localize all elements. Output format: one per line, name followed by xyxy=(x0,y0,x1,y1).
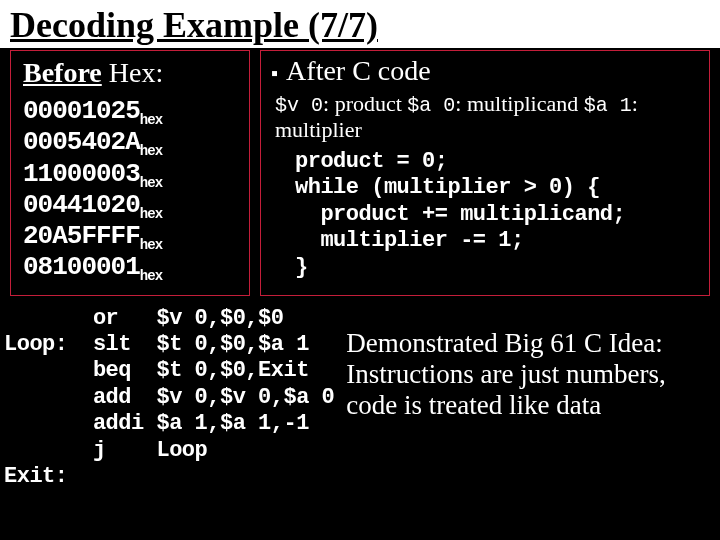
hex-value: 11000003 xyxy=(23,159,140,189)
bottom-row: or $v 0,$0,$0 Loop: slt $t 0,$0,$a 1 beq… xyxy=(4,306,710,491)
before-heading: Before Hex: xyxy=(23,57,237,89)
hex-row: 0005402Ahex xyxy=(23,128,237,159)
c-code: product = 0; while (multiplier > 0) { pr… xyxy=(295,149,699,281)
after-heading-text: After C code xyxy=(286,55,431,86)
hex-row: 00441020hex xyxy=(23,191,237,222)
hex-suffix: hex xyxy=(140,112,162,128)
after-heading: ▪After C code xyxy=(271,55,699,87)
big-idea-text: Demonstrated Big 61 C Idea: Instructions… xyxy=(346,328,710,491)
hex-value: 00001025 xyxy=(23,96,140,126)
hex-suffix: hex xyxy=(140,237,162,253)
before-hex-box: Before Hex: 00001025hex 0005402Ahex 1100… xyxy=(10,50,250,296)
hex-suffix: hex xyxy=(140,269,162,285)
assembly-code: or $v 0,$0,$0 Loop: slt $t 0,$0,$a 1 beq… xyxy=(4,306,334,491)
bullet-icon: ▪ xyxy=(271,62,278,84)
hex-suffix: hex xyxy=(140,143,162,159)
hex-row: 11000003hex xyxy=(23,160,237,191)
hex-value: 0005402A xyxy=(23,127,140,157)
slide-title: Decoding Example (7/7) xyxy=(0,0,720,48)
top-row: Before Hex: 00001025hex 0005402Ahex 1100… xyxy=(10,50,710,296)
hex-row: 20A5FFFFhex xyxy=(23,222,237,253)
hex-row: 00001025hex xyxy=(23,97,237,128)
reg-v0: $v 0 xyxy=(275,94,323,117)
reg-a1: $a 1 xyxy=(584,94,632,117)
after-c-box: ▪After C code $v 0: product $a 0: multip… xyxy=(260,50,710,296)
hex-list: 00001025hex 0005402Ahex 11000003hex 0044… xyxy=(23,97,237,285)
before-heading-bold: Before xyxy=(23,57,102,88)
before-heading-rest: Hex: xyxy=(102,57,163,88)
hex-suffix: hex xyxy=(140,175,162,191)
register-map: $v 0: product $a 0: multiplicand $a 1: m… xyxy=(275,91,699,143)
hex-value: 20A5FFFF xyxy=(23,221,140,251)
reg-v0-desc: : product xyxy=(323,91,407,116)
hex-value: 00441020 xyxy=(23,190,140,220)
hex-row: 08100001hex xyxy=(23,253,237,284)
hex-value: 08100001 xyxy=(23,252,140,282)
hex-suffix: hex xyxy=(140,206,162,222)
reg-a0: $a 0 xyxy=(407,94,455,117)
reg-a0-desc: : multiplicand xyxy=(455,91,583,116)
